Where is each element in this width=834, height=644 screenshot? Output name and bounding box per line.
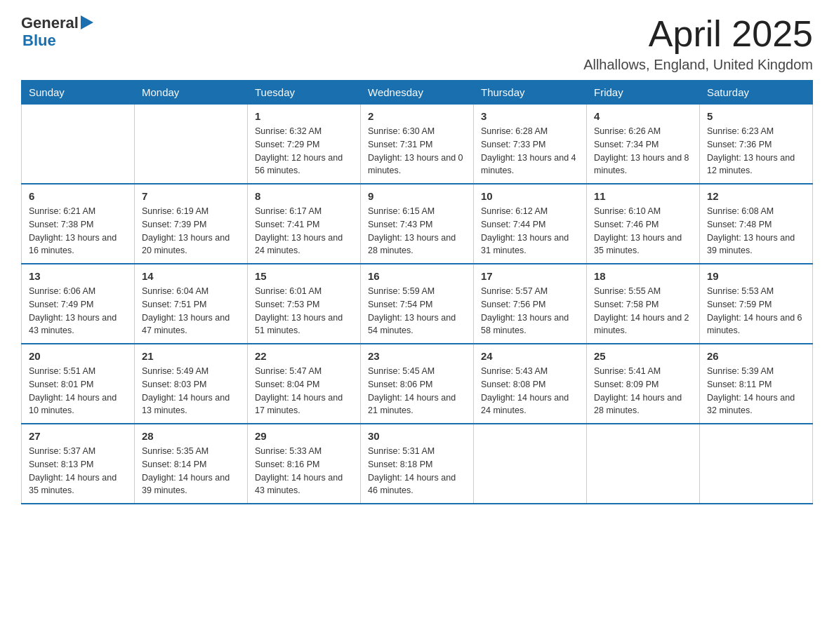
table-row: 12Sunrise: 6:08 AMSunset: 7:48 PMDayligh… (700, 184, 813, 264)
calendar-week-row: 20Sunrise: 5:51 AMSunset: 8:01 PMDayligh… (22, 344, 813, 424)
day-info: Sunrise: 6:17 AMSunset: 7:41 PMDaylight:… (255, 205, 353, 257)
svg-marker-0 (81, 15, 93, 29)
table-row: 3Sunrise: 6:28 AMSunset: 7:33 PMDaylight… (474, 105, 587, 185)
day-number: 6 (29, 190, 127, 202)
daylight-text: Daylight: 14 hours and 24 minutes. (481, 391, 579, 418)
page-header: General Blue April 2025 Allhallows, Engl… (21, 14, 813, 73)
day-info: Sunrise: 5:57 AMSunset: 7:56 PMDaylight:… (481, 285, 579, 337)
day-number: 7 (142, 190, 240, 202)
table-row: 2Sunrise: 6:30 AMSunset: 7:31 PMDaylight… (361, 105, 474, 185)
calendar-header-row: Sunday Monday Tuesday Wednesday Thursday… (22, 81, 813, 105)
table-row: 5Sunrise: 6:23 AMSunset: 7:36 PMDaylight… (700, 105, 813, 185)
day-number: 26 (707, 350, 805, 362)
table-row: 4Sunrise: 6:26 AMSunset: 7:34 PMDaylight… (587, 105, 700, 185)
daylight-text: Daylight: 13 hours and 4 minutes. (481, 152, 579, 178)
sunset-text: Sunset: 7:29 PM (255, 138, 353, 152)
daylight-text: Daylight: 13 hours and 54 minutes. (368, 311, 466, 338)
day-info: Sunrise: 6:08 AMSunset: 7:48 PMDaylight:… (707, 205, 805, 257)
table-row: 27Sunrise: 5:37 AMSunset: 8:13 PMDayligh… (22, 424, 135, 504)
sunrise-text: Sunrise: 6:17 AM (255, 205, 353, 218)
sunset-text: Sunset: 8:08 PM (481, 378, 579, 391)
day-info: Sunrise: 5:51 AMSunset: 8:01 PMDaylight:… (29, 365, 127, 417)
daylight-text: Daylight: 13 hours and 12 minutes. (707, 152, 805, 178)
day-info: Sunrise: 6:10 AMSunset: 7:46 PMDaylight:… (594, 205, 692, 257)
table-row: 28Sunrise: 5:35 AMSunset: 8:14 PMDayligh… (135, 424, 248, 504)
sunrise-text: Sunrise: 5:41 AM (594, 365, 692, 378)
daylight-text: Daylight: 13 hours and 0 minutes. (368, 152, 466, 178)
sunset-text: Sunset: 7:54 PM (368, 298, 466, 311)
sunset-text: Sunset: 8:06 PM (368, 378, 466, 391)
sunrise-text: Sunrise: 6:30 AM (368, 125, 466, 138)
sunrise-text: Sunrise: 5:37 AM (29, 445, 127, 458)
daylight-text: Daylight: 12 hours and 56 minutes. (255, 152, 353, 178)
sunrise-text: Sunrise: 5:33 AM (255, 445, 353, 458)
day-info: Sunrise: 5:39 AMSunset: 8:11 PMDaylight:… (707, 365, 805, 417)
day-info: Sunrise: 6:26 AMSunset: 7:34 PMDaylight:… (594, 125, 692, 177)
daylight-text: Daylight: 13 hours and 16 minutes. (29, 232, 127, 258)
sunrise-text: Sunrise: 5:39 AM (707, 365, 805, 378)
day-number: 27 (29, 430, 127, 442)
sunset-text: Sunset: 8:03 PM (142, 378, 240, 391)
day-number: 20 (29, 350, 127, 362)
daylight-text: Daylight: 14 hours and 28 minutes. (594, 391, 692, 418)
day-info: Sunrise: 6:19 AMSunset: 7:39 PMDaylight:… (142, 205, 240, 257)
day-number: 13 (29, 270, 127, 282)
table-row: 24Sunrise: 5:43 AMSunset: 8:08 PMDayligh… (474, 344, 587, 424)
table-row (587, 424, 700, 504)
col-wednesday: Wednesday (361, 81, 474, 105)
sunrise-text: Sunrise: 6:28 AM (481, 125, 579, 138)
sunset-text: Sunset: 7:31 PM (368, 138, 466, 152)
day-info: Sunrise: 6:21 AMSunset: 7:38 PMDaylight:… (29, 205, 127, 257)
sunset-text: Sunset: 8:04 PM (255, 378, 353, 391)
sunrise-text: Sunrise: 5:59 AM (368, 285, 466, 298)
sunrise-text: Sunrise: 6:26 AM (594, 125, 692, 138)
table-row (22, 105, 135, 185)
sunset-text: Sunset: 7:39 PM (142, 218, 240, 232)
table-row: 11Sunrise: 6:10 AMSunset: 7:46 PMDayligh… (587, 184, 700, 264)
sunrise-text: Sunrise: 6:06 AM (29, 285, 127, 298)
table-row: 10Sunrise: 6:12 AMSunset: 7:44 PMDayligh… (474, 184, 587, 264)
col-tuesday: Tuesday (248, 81, 361, 105)
daylight-text: Daylight: 14 hours and 2 minutes. (594, 311, 692, 338)
sunset-text: Sunset: 7:59 PM (707, 298, 805, 311)
day-info: Sunrise: 6:30 AMSunset: 7:31 PMDaylight:… (368, 125, 466, 177)
daylight-text: Daylight: 14 hours and 17 minutes. (255, 391, 353, 418)
calendar-week-row: 1Sunrise: 6:32 AMSunset: 7:29 PMDaylight… (22, 105, 813, 185)
daylight-text: Daylight: 13 hours and 8 minutes. (594, 152, 692, 178)
day-info: Sunrise: 5:55 AMSunset: 7:58 PMDaylight:… (594, 285, 692, 337)
sunrise-text: Sunrise: 5:49 AM (142, 365, 240, 378)
daylight-text: Daylight: 13 hours and 20 minutes. (142, 232, 240, 258)
table-row (135, 105, 248, 185)
day-info: Sunrise: 5:33 AMSunset: 8:16 PMDaylight:… (255, 445, 353, 497)
table-row: 20Sunrise: 5:51 AMSunset: 8:01 PMDayligh… (22, 344, 135, 424)
daylight-text: Daylight: 13 hours and 31 minutes. (481, 232, 579, 258)
day-number: 2 (368, 110, 466, 122)
sunset-text: Sunset: 8:13 PM (29, 458, 127, 471)
table-row: 29Sunrise: 5:33 AMSunset: 8:16 PMDayligh… (248, 424, 361, 504)
sunset-text: Sunset: 7:56 PM (481, 298, 579, 311)
sunset-text: Sunset: 8:11 PM (707, 378, 805, 391)
table-row: 17Sunrise: 5:57 AMSunset: 7:56 PMDayligh… (474, 264, 587, 344)
calendar-week-row: 13Sunrise: 6:06 AMSunset: 7:49 PMDayligh… (22, 264, 813, 344)
sunset-text: Sunset: 7:41 PM (255, 218, 353, 232)
logo-arrow-icon (81, 15, 93, 29)
sunrise-text: Sunrise: 5:45 AM (368, 365, 466, 378)
daylight-text: Daylight: 13 hours and 24 minutes. (255, 232, 353, 258)
table-row: 19Sunrise: 5:53 AMSunset: 7:59 PMDayligh… (700, 264, 813, 344)
table-row: 16Sunrise: 5:59 AMSunset: 7:54 PMDayligh… (361, 264, 474, 344)
sunset-text: Sunset: 8:16 PM (255, 458, 353, 471)
day-number: 15 (255, 270, 353, 282)
table-row: 7Sunrise: 6:19 AMSunset: 7:39 PMDaylight… (135, 184, 248, 264)
day-number: 21 (142, 350, 240, 362)
day-number: 16 (368, 270, 466, 282)
sunrise-text: Sunrise: 5:57 AM (481, 285, 579, 298)
calendar-week-row: 6Sunrise: 6:21 AMSunset: 7:38 PMDaylight… (22, 184, 813, 264)
sunset-text: Sunset: 7:53 PM (255, 298, 353, 311)
daylight-text: Daylight: 14 hours and 32 minutes. (707, 391, 805, 418)
day-number: 9 (368, 190, 466, 202)
sunset-text: Sunset: 8:01 PM (29, 378, 127, 391)
table-row (474, 424, 587, 504)
day-info: Sunrise: 6:12 AMSunset: 7:44 PMDaylight:… (481, 205, 579, 257)
table-row: 25Sunrise: 5:41 AMSunset: 8:09 PMDayligh… (587, 344, 700, 424)
sunset-text: Sunset: 7:36 PM (707, 138, 805, 152)
